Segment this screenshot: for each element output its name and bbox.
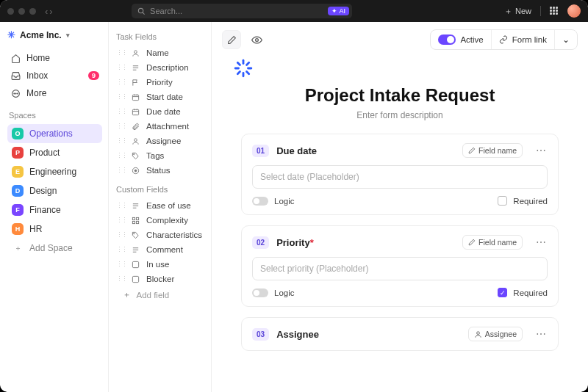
svg-rect-34 — [132, 276, 138, 282]
field-placeholder-input[interactable]: Select date (Placeholder) — [252, 165, 548, 189]
search-icon — [137, 7, 146, 15]
form-field-card[interactable]: 03AssigneeAssignee⋯ — [241, 317, 559, 351]
logic-label: Logic — [274, 197, 295, 206]
field-item-attachment[interactable]: ⋮⋮Attachment — [115, 119, 205, 134]
field-item-due-date[interactable]: ⋮⋮Due date — [115, 104, 205, 119]
preview-button[interactable] — [247, 30, 266, 49]
field-item-priority[interactable]: ⋮⋮Priority — [115, 75, 205, 90]
svg-point-0 — [138, 8, 143, 12]
grip-icon: ⋮⋮ — [116, 123, 126, 130]
active-toggle[interactable]: Active — [431, 30, 490, 49]
field-name[interactable]: Priority* — [276, 237, 314, 248]
form-toolbar: Active Form link ⌄ — [212, 22, 588, 57]
form-canvas: Active Form link ⌄ — [212, 22, 588, 392]
text-icon — [132, 202, 141, 210]
logic-toggle[interactable] — [252, 288, 268, 297]
toggle-on-icon — [438, 35, 456, 45]
sparkle-icon: ✦ — [331, 7, 337, 15]
form-field-card[interactable]: 01Due dateField name⋯Select date (Placeh… — [241, 134, 559, 215]
form-title[interactable]: Project Intake Request — [234, 85, 566, 106]
sidebar-space-hr[interactable]: HHR — [7, 219, 102, 239]
field-placeholder-input[interactable]: Select priority (Placeholder) — [252, 257, 548, 280]
edit-icon — [468, 147, 476, 154]
field-item-characteristics[interactable]: ⋮⋮Characteristics — [115, 228, 205, 242]
field-item-complexity[interactable]: ⋮⋮Complexity — [115, 213, 205, 228]
link-icon — [499, 35, 508, 44]
field-item-blocker[interactable]: ⋮⋮Blocker — [115, 272, 205, 286]
add-field-button[interactable]: ＋ Add field — [115, 286, 205, 303]
svg-line-39 — [247, 72, 249, 74]
edit-icon — [468, 239, 476, 246]
form-logo-icon — [234, 59, 566, 78]
sidebar-item-more[interactable]: More — [7, 84, 102, 102]
grip-icon: ⋮⋮ — [116, 64, 126, 71]
sidebar-item-inbox[interactable]: Inbox 9 — [7, 67, 102, 84]
form-link-button[interactable]: Form link — [491, 30, 554, 49]
field-number: 01 — [252, 145, 269, 157]
form-actions-menu[interactable]: ⌄ — [554, 30, 577, 49]
status-icon — [132, 167, 141, 175]
grip-icon: ⋮⋮ — [116, 275, 126, 283]
plus-icon: ＋ — [504, 6, 512, 17]
svg-point-21 — [135, 170, 137, 172]
inbox-icon — [10, 71, 21, 81]
titlebar: ‹ › Search... ✦ AI ＋ New — [0, 0, 588, 22]
svg-line-42 — [237, 72, 240, 74]
flag-icon — [132, 79, 141, 87]
sidebar-space-design[interactable]: DDesign — [7, 181, 102, 200]
sidebar-item-home[interactable]: Home — [7, 49, 102, 67]
field-item-in-use[interactable]: ⋮⋮In use — [115, 257, 205, 272]
space-badge: E — [12, 166, 24, 178]
field-item-ease-of-use[interactable]: ⋮⋮Ease of use — [115, 198, 205, 213]
sidebar-space-engineering[interactable]: EEngineering — [7, 162, 102, 181]
field-pill[interactable]: Assignee — [468, 327, 523, 341]
logic-toggle[interactable] — [252, 197, 268, 206]
add-space-button[interactable]: ＋ Add Space — [7, 239, 102, 258]
avatar[interactable] — [567, 4, 581, 18]
svg-rect-33 — [132, 261, 138, 267]
nav-arrows[interactable]: ‹ › — [45, 6, 53, 17]
field-item-comment[interactable]: ⋮⋮Comment — [115, 242, 205, 257]
forward-icon[interactable]: › — [49, 6, 52, 17]
required-checkbox[interactable]: ✓ — [498, 288, 507, 297]
required-checkbox[interactable] — [498, 196, 507, 206]
apps-icon[interactable] — [550, 7, 559, 15]
new-button[interactable]: ＋ New — [504, 6, 531, 17]
svg-line-1 — [143, 12, 145, 14]
user-icon — [474, 330, 482, 338]
svg-rect-25 — [132, 217, 135, 219]
workspace-logo-icon: ✳ — [7, 29, 15, 40]
grid-icon — [132, 217, 141, 225]
field-menu-button[interactable]: ⋯ — [534, 145, 548, 156]
grip-icon: ⋮⋮ — [116, 108, 126, 115]
form-description-input[interactable]: Enter form description — [234, 110, 566, 120]
field-item-assignee[interactable]: ⋮⋮Assignee — [115, 134, 205, 148]
sidebar-space-operations[interactable]: OOperations — [7, 124, 102, 143]
sidebar-space-product[interactable]: PProduct — [7, 143, 102, 162]
space-badge: D — [12, 185, 24, 197]
field-item-description[interactable]: ⋮⋮Description — [115, 60, 205, 75]
field-menu-button[interactable]: ⋯ — [534, 328, 548, 340]
field-pill[interactable]: Field name — [462, 143, 523, 158]
back-icon[interactable]: ‹ — [45, 6, 48, 17]
field-pill[interactable]: Field name — [462, 235, 523, 250]
field-item-tags[interactable]: ⋮⋮Tags — [115, 148, 205, 163]
search-input[interactable]: Search... ✦ AI — [132, 4, 352, 18]
field-item-start-date[interactable]: ⋮⋮Start date — [115, 90, 205, 104]
workspace-switcher[interactable]: ✳ Acme Inc. ▾ — [7, 29, 102, 40]
svg-point-6 — [135, 50, 137, 53]
form-field-card[interactable]: 02Priority*Field name⋯Select priority (P… — [241, 225, 559, 307]
edit-mode-button[interactable] — [222, 30, 241, 49]
window-controls[interactable] — [7, 8, 36, 15]
grip-icon: ⋮⋮ — [116, 231, 126, 239]
field-name[interactable]: Due date — [276, 145, 317, 156]
sidebar-space-finance[interactable]: FFinance — [7, 200, 102, 219]
field-item-status[interactable]: ⋮⋮Status — [115, 163, 205, 178]
svg-point-3 — [13, 92, 14, 93]
field-menu-button[interactable]: ⋯ — [534, 236, 548, 248]
plus-icon: ＋ — [122, 289, 132, 300]
check-icon — [132, 275, 141, 283]
field-name[interactable]: Assignee — [276, 329, 319, 340]
ai-badge[interactable]: ✦ AI — [328, 7, 350, 15]
field-item-name[interactable]: ⋮⋮Name — [115, 46, 205, 60]
